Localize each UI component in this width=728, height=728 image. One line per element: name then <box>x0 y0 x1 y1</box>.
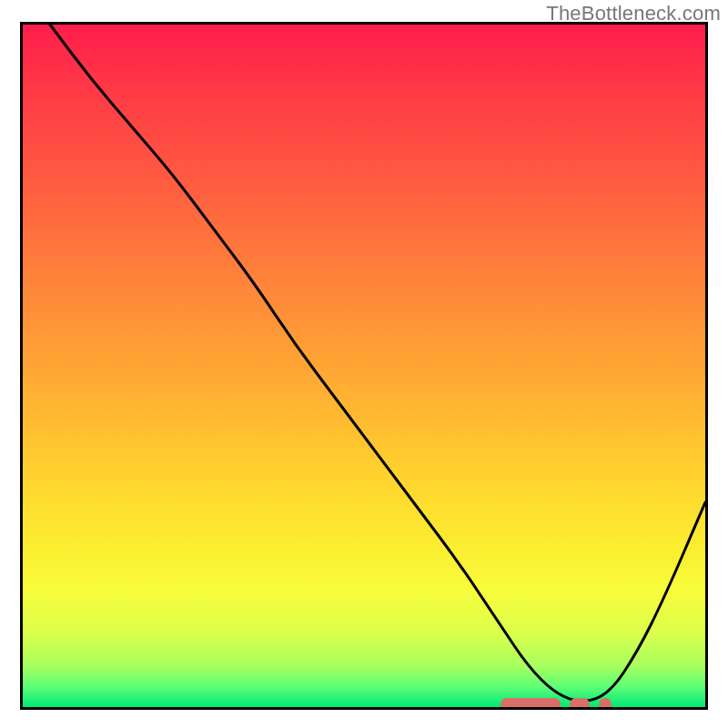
valley-marker-segment <box>500 698 561 710</box>
watermark-text: TheBottleneck.com <box>546 2 721 25</box>
valley-marker-segment <box>570 698 590 710</box>
plot-area <box>20 22 708 710</box>
valley-marker-segment <box>599 698 612 710</box>
chart-container: TheBottleneck.com <box>0 0 728 728</box>
valley-markers <box>23 25 705 707</box>
